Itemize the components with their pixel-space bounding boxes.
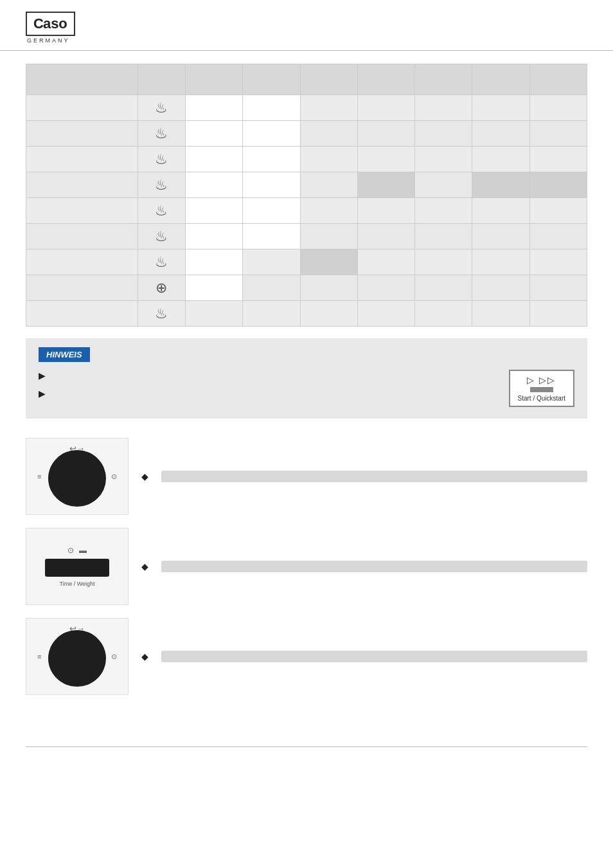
info-circle-icon: ⊕ (155, 280, 167, 296)
device-settings-icon: ⊙ (111, 473, 117, 481)
row4-c1 (185, 172, 242, 198)
row4-icon: ♨ (138, 172, 185, 198)
table-row: ⊕ (26, 275, 587, 301)
hinweis-text-2 (52, 388, 496, 399)
footer-divider (26, 746, 587, 747)
row4-c7 (529, 172, 587, 198)
table-row: ♨ (26, 172, 587, 198)
col-header-4 (357, 64, 414, 95)
row3-c6 (472, 147, 529, 172)
row5-name (26, 198, 138, 224)
row9-icon: ♨ (138, 301, 185, 327)
time-weight-label: Time / Weight (59, 581, 94, 587)
col-header-5 (415, 64, 472, 95)
row1-icon: ♨ (138, 95, 185, 121)
row5-c2 (243, 198, 300, 224)
wave-icon: ♨ (155, 177, 168, 193)
clock-icon: ⊙ (67, 546, 74, 555)
device-row-1: ↩→ ≡ ⊙ ◆ (26, 438, 587, 515)
device-desc-3 (161, 651, 587, 662)
program-table: ♨ ♨ (26, 64, 587, 327)
row7-c5 (415, 249, 472, 275)
wave-icon: ♨ (155, 151, 168, 167)
row1-c7 (529, 95, 587, 121)
row8-icon: ⊕ (138, 275, 185, 301)
row3-c4 (357, 147, 414, 172)
row1-c3 (300, 95, 357, 121)
diamond-bullet-icon: ◆ (141, 561, 148, 572)
row7-c6 (472, 249, 529, 275)
row3-icon: ♨ (138, 147, 185, 172)
row7-name (26, 249, 138, 275)
row2-c7 (529, 121, 587, 147)
row9-c1 (185, 301, 242, 327)
wave-icon: ♨ (155, 305, 168, 321)
row8-c6 (472, 275, 529, 301)
row6-c3 (300, 224, 357, 249)
row2-c6 (472, 121, 529, 147)
header: C aso GERMANY (0, 0, 613, 51)
device-illustration-2: ⊙ ▬ Time / Weight (26, 528, 129, 605)
table-section: ♨ ♨ (26, 64, 587, 327)
row8-c4 (357, 275, 414, 301)
row8-c1 (185, 275, 242, 301)
row6-c1 (185, 224, 242, 249)
row4-c4 (357, 172, 414, 198)
row4-c2 (243, 172, 300, 198)
weight-icon: ▬ (79, 546, 87, 555)
wave-icon: ♨ (155, 254, 168, 270)
row4-c3 (300, 172, 357, 198)
hinweis-row-1: ▶ (39, 370, 496, 381)
start-quickstart-label: Start / Quickstart (518, 395, 565, 402)
row3-c1 (185, 147, 242, 172)
row7-c3 (300, 249, 357, 275)
row8-c3 (300, 275, 357, 301)
row2-name (26, 121, 138, 147)
hinweis-badge: HINWEIS (39, 347, 90, 362)
row8-name (26, 275, 138, 301)
row5-c6 (472, 198, 529, 224)
row5-c1 (185, 198, 242, 224)
arrow-right-icon: ▶ (39, 388, 46, 399)
start-quickstart-button[interactable]: ▷ ▷▷ Start / Quickstart (509, 370, 574, 407)
row6-c4 (357, 224, 414, 249)
row7-c4 (357, 249, 414, 275)
device-desc-1 (161, 471, 587, 482)
row2-c4 (357, 121, 414, 147)
row4-name (26, 172, 138, 198)
wave-icon: ♨ (155, 125, 168, 141)
diamond-bullet-icon: ◆ (141, 651, 148, 662)
table-row: ♨ (26, 95, 587, 121)
row2-c2 (243, 121, 300, 147)
table-row: ♨ (26, 249, 587, 275)
row8-c7 (529, 275, 587, 301)
row6-name (26, 224, 138, 249)
row2-c5 (415, 121, 472, 147)
col-header-3 (300, 64, 357, 95)
row5-c4 (357, 198, 414, 224)
play-icons: ▷ ▷▷ (527, 375, 556, 385)
hinweis-text-1 (52, 370, 496, 381)
table-row: ♨ (26, 198, 587, 224)
start-quickstart-container: ▷ ▷▷ Start / Quickstart (509, 370, 574, 407)
device-menu-icon: ≡ (37, 653, 41, 660)
arrow-right-icon: ▶ (39, 370, 46, 381)
wave-icon: ♨ (155, 228, 168, 244)
row3-c5 (415, 147, 472, 172)
col-header-7 (529, 64, 587, 95)
row1-c5 (415, 95, 472, 121)
logo-aso: aso (43, 15, 67, 32)
row9-c5 (415, 301, 472, 327)
device-round-body (48, 630, 106, 687)
col-header-6 (472, 64, 529, 95)
table-row: ♨ (26, 147, 587, 172)
wave-icon: ♨ (155, 100, 168, 116)
row9-name (26, 301, 138, 327)
row7-c7 (529, 249, 587, 275)
row3-name (26, 147, 138, 172)
device-illustration-3: ↩→ ≡ ⊙ (26, 618, 129, 695)
device-settings-icon: ⊙ (111, 653, 117, 661)
device-round-body (48, 450, 106, 507)
row9-c2 (243, 301, 300, 327)
row7-c2 (243, 249, 300, 275)
